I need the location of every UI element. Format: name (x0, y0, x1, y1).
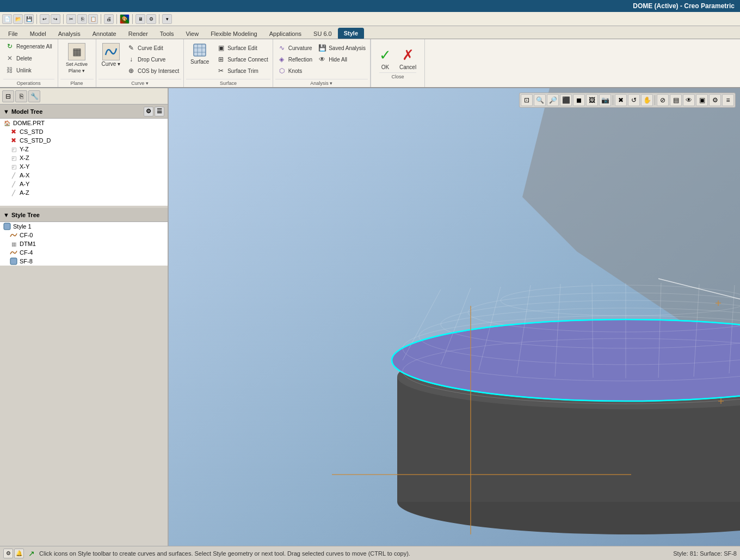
tree-item-dome-prt[interactable]: 🏠 DOME.PRT (0, 119, 168, 127)
cf0-icon (10, 231, 17, 239)
tab-analysis[interactable]: Analysis (52, 28, 87, 39)
tab-flexible-modeling[interactable]: Flexible Modeling (205, 28, 263, 39)
undo-icon[interactable]: ↩ (40, 14, 50, 24)
tab-applications[interactable]: Applications (263, 28, 307, 39)
surface-group: Surface ▣ Surface Edit ⊞ Surface Connect… (184, 39, 273, 87)
curve-button[interactable]: Curve ▾ (98, 41, 124, 69)
vt-layers-icon[interactable]: ▤ (670, 94, 682, 106)
model-tree-content[interactable]: 🏠 DOME.PRT ✖ CS_STD ✖ CS_STD_D ◰ Y-Z ◰ (0, 119, 168, 206)
vt-shaded-icon[interactable]: ◼ (573, 94, 585, 106)
vt-display-icon[interactable]: ▣ (696, 94, 708, 106)
cos-by-intersect-button[interactable]: ⊕ COS by Intersect (125, 65, 181, 76)
model-tree-expand[interactable]: ▼ (3, 108, 9, 115)
save-icon[interactable]: 💾 (24, 14, 34, 24)
tab-style[interactable]: Style (338, 28, 364, 39)
vt-wireframe-icon[interactable]: ⬛ (560, 94, 572, 106)
delete-button[interactable]: ✕ Delete (3, 53, 54, 64)
tab-file[interactable]: File (2, 28, 24, 39)
az-axis-icon: ╱ (10, 189, 17, 196)
tree-settings-icon[interactable]: 🔧 (28, 90, 40, 102)
status-icon-2[interactable]: 🔔 (14, 549, 24, 558)
vt-zoom-out-icon[interactable]: 🔎 (547, 94, 559, 106)
cancel-button[interactable]: ✗ Cancel (399, 47, 416, 70)
reflection-button[interactable]: ◈ Reflection (275, 54, 314, 65)
operations-group: ↻ Regenerate All ✕ Delete ⛓ Unlink Opera… (0, 39, 58, 87)
open-icon[interactable]: 📂 (13, 14, 23, 24)
surface-connect-button[interactable]: ⊞ Surface Connect (214, 54, 270, 65)
knots-button[interactable]: ⬡ Knots (275, 65, 314, 76)
surface-trim-icon: ✂ (217, 66, 225, 75)
surface-label: Surface (186, 79, 270, 87)
tab-render[interactable]: Render (122, 28, 154, 39)
unlink-button[interactable]: ⛓ Unlink (3, 65, 54, 76)
model-tree-list-icon[interactable]: ☰ (155, 107, 164, 116)
curve-edit-button[interactable]: ✎ Curve Edit (125, 42, 181, 53)
cf4-label: CF-4 (20, 249, 33, 256)
status-message: Click icons on Style toolbar to create c… (39, 550, 658, 557)
tab-view[interactable]: View (180, 28, 205, 39)
vt-perspective-icon[interactable]: 🖼 (586, 94, 598, 106)
tree-item-cs-std-d[interactable]: ✖ CS_STD_D (0, 136, 168, 145)
tree-item-az[interactable]: ╱ A-Z (0, 188, 168, 197)
az-label: A-Z (20, 189, 29, 196)
color-icon[interactable]: 🎨 (120, 14, 130, 24)
new-icon[interactable]: 📄 (2, 14, 12, 24)
saved-analysis-button[interactable]: 💾 Saved Analysis (316, 42, 368, 53)
vt-pan-icon[interactable]: ✋ (641, 94, 653, 106)
tree-item-ax[interactable]: ╱ A-X (0, 171, 168, 180)
tree-item-cf4[interactable]: CF-4 (0, 248, 168, 257)
drop-curve-button[interactable]: ↓ Drop Curve (125, 54, 181, 65)
vt-select-icon[interactable]: ✖ (615, 94, 627, 106)
ok-button[interactable]: ✓ OK (379, 47, 391, 70)
hide-all-button[interactable]: 👁 Hide All (316, 54, 368, 65)
tree-view-icon[interactable]: ⊟ (2, 90, 14, 102)
tree-item-xy[interactable]: ◰ X-Y (0, 162, 168, 171)
vt-visibility-icon[interactable]: 👁 (683, 94, 695, 106)
vt-rotate-icon[interactable]: ↺ (628, 94, 640, 106)
cut-icon[interactable]: ✂ (66, 14, 76, 24)
print-icon[interactable]: 🖨 (104, 14, 114, 24)
status-icon-1[interactable]: ⚙ (3, 549, 13, 558)
status-hint-icon: ↗ (28, 549, 35, 558)
set-active-plane-button[interactable]: ▦ Set Active Plane ▾ (61, 41, 92, 76)
curvature-button[interactable]: ∿ Curvature (275, 42, 314, 53)
regenerate-all-button[interactable]: ↻ Regenerate All (3, 41, 54, 52)
vt-section-icon[interactable]: ⊘ (657, 94, 669, 106)
style-tree-content[interactable]: Style 1 CF-0 ▦ DTM1 (0, 222, 168, 266)
tree-item-cs-std[interactable]: ✖ CS_STD (0, 127, 168, 136)
style-tree-expand[interactable]: ▼ (3, 212, 9, 218)
copy-icon[interactable]: ⎘ (77, 14, 87, 24)
screen-icon[interactable]: 🖥 (135, 14, 145, 24)
viewport[interactable]: ⊡ 🔍 🔎 ⬛ ◼ 🖼 📷 ✖ ↺ ✋ ⊘ ▤ 👁 ▣ ⚙ ≡ (169, 88, 740, 546)
vt-camera-icon[interactable]: 📷 (599, 94, 611, 106)
surface-edit-button[interactable]: ▣ Surface Edit (214, 42, 270, 53)
misc-icon[interactable]: ⚙ (146, 14, 156, 24)
tree-item-xz[interactable]: ◰ X-Z (0, 153, 168, 162)
paste-icon[interactable]: 📋 (88, 14, 98, 24)
surface-trim-button[interactable]: ✂ Surface Trim (214, 65, 270, 76)
curvature-icon: ∿ (278, 44, 286, 52)
redo-icon[interactable]: ↪ (51, 14, 60, 24)
surface-button[interactable]: Surface (186, 41, 213, 66)
ok-label: OK (381, 64, 389, 70)
tree-item-cf0[interactable]: CF-0 (0, 231, 168, 239)
tab-tools[interactable]: Tools (154, 28, 180, 39)
tab-su60[interactable]: SU 6.0 (307, 28, 338, 39)
dropdown-icon[interactable]: ▾ (162, 14, 172, 24)
vt-extra-icon[interactable]: ≡ (722, 94, 734, 106)
tree-item-sf8[interactable]: SF-8 (0, 257, 168, 266)
model-tree-settings-icon[interactable]: ⚙ (144, 107, 153, 116)
vt-zoom-fit-icon[interactable]: ⊡ (521, 94, 533, 106)
vt-zoom-in-icon[interactable]: 🔍 (534, 94, 546, 106)
tree-item-yz[interactable]: ◰ Y-Z (0, 145, 168, 153)
tab-model[interactable]: Model (24, 28, 52, 39)
tab-annotate[interactable]: Annotate (87, 28, 122, 39)
tree-item-dtm1[interactable]: ▦ DTM1 (0, 239, 168, 248)
tree-item-style1[interactable]: Style 1 (0, 222, 168, 231)
tree-item-ay[interactable]: ╱ A-Y (0, 180, 168, 188)
sf8-label: SF-8 (20, 258, 33, 264)
quick-access-toolbar: 📄 📂 💾 ↩ ↪ ✂ ⎘ 📋 🖨 🎨 🖥 ⚙ ▾ (0, 12, 740, 26)
vt-settings-icon[interactable]: ⚙ (709, 94, 721, 106)
tree-copy-icon[interactable]: ⎘ (15, 90, 27, 102)
svg-rect-0 (194, 44, 206, 56)
